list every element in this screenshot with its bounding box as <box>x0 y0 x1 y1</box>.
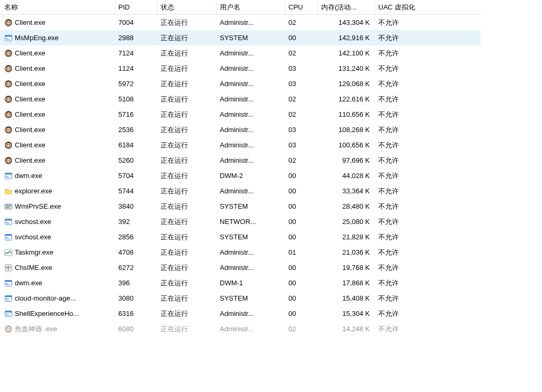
cell-user: Administr... <box>217 48 285 59</box>
cell-uac: 不允许 <box>375 62 444 75</box>
process-name: dwm.exe <box>15 279 42 287</box>
table-row[interactable]: 中ChsIME.exe6272正在运行Administr...0019,768 … <box>0 260 481 275</box>
cell-user: NETWOR... <box>217 216 285 227</box>
client-icon <box>4 126 13 134</box>
svg-rect-48 <box>5 219 12 220</box>
cell-name: Client.exe <box>0 109 115 120</box>
cell-memory: 21,828 K <box>318 231 375 242</box>
cell-cpu: 03 <box>285 78 318 89</box>
cell-user: Administr... <box>217 185 285 197</box>
column-header-pid[interactable]: PID <box>115 1 157 13</box>
cell-pid: 5704 <box>115 170 157 181</box>
svg-rect-45 <box>6 205 11 206</box>
table-row[interactable]: Client.exe7004正在运行Administr...02143,304 … <box>0 15 481 30</box>
cell-user: DWM-2 <box>217 170 285 181</box>
table-row[interactable]: svchost.exe2856正在运行SYSTEM0021,828 K不允许 <box>0 229 481 245</box>
svg-point-15 <box>9 68 10 69</box>
table-row[interactable]: Client.exe1124正在运行Administr...03131,240 … <box>0 61 481 76</box>
process-name: ChsIME.exe <box>15 264 52 272</box>
column-header-memory[interactable]: 内存(活动... <box>318 1 375 14</box>
cell-pid: 3080 <box>115 293 157 304</box>
table-row[interactable]: Client.exe5260正在运行Administr...0297,696 K… <box>0 153 481 168</box>
ime-icon: 中 <box>4 264 13 272</box>
svg-rect-50 <box>6 223 10 223</box>
cell-status: 正在运行 <box>157 78 217 90</box>
cell-pid: 4708 <box>115 247 157 258</box>
cell-pid: 5260 <box>115 155 157 166</box>
svg-rect-52 <box>5 234 12 236</box>
cell-name: Client.exe <box>0 48 115 59</box>
cell-memory: 15,408 K <box>318 293 375 304</box>
cell-cpu: 00 <box>285 308 318 319</box>
process-name: explorer.exe <box>15 187 52 195</box>
table-row[interactable]: Client.exe5108正在运行Administr...02122,616 … <box>0 91 481 107</box>
svg-rect-44 <box>5 204 12 209</box>
svg-point-11 <box>9 52 10 53</box>
table-row[interactable]: dwm.exe396正在运行DWM-10017,868 K不允许 <box>0 275 481 291</box>
cell-uac: 不允许 <box>375 277 444 290</box>
cell-status: 正在运行 <box>157 216 217 228</box>
svg-point-30 <box>7 129 8 130</box>
process-name: cloud-monitor-age... <box>15 294 76 302</box>
svg-rect-64 <box>6 298 8 299</box>
cell-pid: 5972 <box>115 78 157 89</box>
process-name: ShellExperienceHo... <box>15 310 79 318</box>
table-row[interactable]: dwm.exe5704正在运行DWM-20044,028 K不允许 <box>0 168 481 183</box>
cell-pid: 2988 <box>115 32 157 43</box>
table-row[interactable]: cloud-monitor-age...3080正在运行SYSTEM0015,4… <box>0 291 481 306</box>
cell-name: WmiPrvSE.exe <box>0 201 115 212</box>
column-header-uac[interactable]: UAC 虚拟化 <box>375 1 444 14</box>
svg-point-19 <box>9 83 10 84</box>
cell-user: SYSTEM <box>217 201 285 212</box>
cell-uac: 不允许 <box>375 16 444 29</box>
table-row[interactable]: Client.exe6184正在运行Administr...03100,656 … <box>0 137 481 153</box>
column-header-name[interactable]: 名称 <box>0 1 115 14</box>
svg-point-39 <box>9 160 10 161</box>
svg-point-14 <box>7 68 8 69</box>
table-row[interactable]: Taskmgr.exe4708正在运行Administr...0121,036 … <box>0 245 481 260</box>
table-row[interactable]: svchost.exe392正在运行NETWOR...0025,080 K不允许 <box>0 214 481 229</box>
cell-pid: 396 <box>115 277 157 288</box>
cell-cpu: 00 <box>285 185 318 197</box>
cell-uac: 不允许 <box>375 139 444 152</box>
cell-uac: 不允许 <box>375 78 444 90</box>
cell-uac: 不允许 <box>375 323 444 335</box>
cell-user: Administr... <box>217 155 285 166</box>
process-name: svchost.exe <box>15 233 51 241</box>
column-header-user[interactable]: 用户名 <box>217 1 285 14</box>
table-row[interactable]: Client.exe5972正在运行Administr...03129,068 … <box>0 76 481 91</box>
table-row[interactable]: Client.exe7124正在运行Administr...02142,100 … <box>0 45 481 61</box>
table-row[interactable]: WmiPrvSE.exe3840正在运行SYSTEM0028,480 K不允许 <box>0 199 481 214</box>
cell-name: cloud-monitor-age... <box>0 293 115 304</box>
table-row[interactable]: explorer.exe5744正在运行Administr...0033,364… <box>0 183 481 199</box>
svg-point-23 <box>9 98 10 99</box>
generic-icon <box>4 310 13 318</box>
table-row[interactable]: ShellExperienceHo...6316正在运行Administr...… <box>0 306 481 321</box>
table-row[interactable]: Client.exe2536正在运行Administr...03108,268 … <box>0 122 481 137</box>
cell-memory: 142,916 K <box>318 32 375 43</box>
cell-uac: 不允许 <box>375 216 444 228</box>
cell-user: SYSTEM <box>217 293 285 304</box>
cell-name: Client.exe <box>0 155 115 166</box>
cell-name: dwm.exe <box>0 170 115 182</box>
table-row[interactable]: 热血神器 .exe6080正在运行Administr...0214,248 K不… <box>0 321 481 337</box>
cell-name: Client.exe <box>0 139 115 151</box>
svg-rect-49 <box>6 222 8 222</box>
client-icon <box>4 95 13 104</box>
svg-rect-63 <box>5 295 12 297</box>
svg-point-73 <box>9 328 10 329</box>
cell-memory: 100,656 K <box>318 139 375 151</box>
cell-memory: 14,248 K <box>318 323 375 334</box>
table-row[interactable]: MsMpEng.exe2988正在运行SYSTEM00142,916 K不允许 <box>0 30 481 45</box>
table-body: Client.exe7004正在运行Administr...02143,304 … <box>0 15 481 337</box>
table-row[interactable]: Client.exe5716正在运行Administr...02110,656 … <box>0 107 481 122</box>
cell-name: Client.exe <box>0 17 115 29</box>
svg-rect-53 <box>6 237 8 238</box>
client-icon <box>4 18 13 27</box>
column-header-status[interactable]: 状态 <box>157 1 217 14</box>
cell-pid: 5744 <box>115 185 157 197</box>
svg-point-18 <box>7 83 8 84</box>
svg-point-38 <box>7 160 8 161</box>
client-icon <box>4 156 13 165</box>
column-header-cpu[interactable]: CPU <box>285 1 318 13</box>
